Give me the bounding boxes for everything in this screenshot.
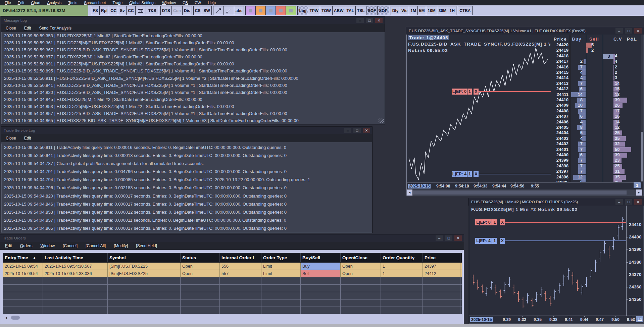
ladder-row[interactable]: 243961235 xyxy=(552,174,641,180)
toolbar-color-swatch-button[interactable] xyxy=(286,6,296,15)
toolbar-button-fs[interactable]: FS xyxy=(91,6,100,15)
toolbar-button-ts[interactable]: T&S xyxy=(146,6,159,15)
ladder-row[interactable]: 2441542 xyxy=(552,70,641,75)
dom-chart-content[interactable]: PriceBuySellC.VP&L2442052441922441834244… xyxy=(406,35,643,196)
scroll-thumb[interactable] xyxy=(413,190,627,195)
order-quantity[interactable]: 1 xyxy=(492,238,497,244)
menu-cb[interactable]: CB xyxy=(179,1,191,5)
menu-analysis[interactable]: Analysis xyxy=(44,1,65,5)
ladder-row[interactable]: 24407616 xyxy=(552,114,641,119)
menu-tools[interactable]: Tools xyxy=(65,1,81,5)
ladder-row[interactable]: 24397731 xyxy=(552,169,641,174)
toolbar-button-rpl[interactable]: Rpl xyxy=(99,6,109,15)
menu-send-for-analysis[interactable]: Send For Analysis xyxy=(39,26,71,31)
column-header-last-activity-time[interactable]: Last Activity Time xyxy=(43,253,108,262)
toolbar-button-log[interactable]: Log xyxy=(297,6,308,15)
ladder-row[interactable]: 2441443 xyxy=(552,75,641,81)
toolbar-button-tow[interactable]: TOW xyxy=(320,6,333,15)
order-cancel-x[interactable]: X xyxy=(474,89,479,95)
order-label-buy[interactable]: L|EP: 41X xyxy=(452,171,479,177)
toolbar-button-ctba[interactable]: CTBA xyxy=(458,6,472,15)
ladder-row[interactable]: 24398725 xyxy=(552,163,641,169)
ladder-row[interactable]: 24404525 xyxy=(552,130,641,136)
toolbar-color-swatch-button[interactable] xyxy=(265,6,276,15)
toolbar-button-1m[interactable]: 1M xyxy=(409,6,418,15)
column-header-status[interactable]: Status xyxy=(181,253,220,262)
toolbar-button-1h[interactable]: 1H xyxy=(448,6,456,15)
toolbar-button-cs[interactable]: CS xyxy=(193,6,202,15)
order-row[interactable]: 2025-10-15 09:542025-10-15 09:54:30.507[… xyxy=(3,262,462,270)
bar-chart-content[interactable]: L|EP: 01XL|EP: 41XF.US.FDXSZ25[M] 1 Min … xyxy=(469,206,643,323)
ladder-row[interactable]: 2441724 xyxy=(552,59,641,64)
ladder-row[interactable]: 24403435 xyxy=(552,136,641,142)
order-row[interactable]: 2025-10-15 09:542025-10-15 09:54:33.036[… xyxy=(3,270,462,277)
minimize-icon[interactable]: – xyxy=(615,199,623,205)
scroll-right-icon[interactable]: ► xyxy=(636,189,642,196)
toolbar-button-abw[interactable]: ABW xyxy=(332,6,345,15)
menu-edit[interactable]: Edit xyxy=(24,136,31,141)
menu-edit[interactable]: Edit xyxy=(5,243,12,248)
toolbar-button-tsl[interactable]: TSL xyxy=(355,6,366,15)
toolbar-trendline-icon-button[interactable] xyxy=(213,6,224,15)
column-header-internal-order-i[interactable]: Internal Order I xyxy=(220,253,261,262)
ladder-row[interactable]: 24400639 xyxy=(552,152,641,158)
maximize-icon[interactable]: □ xyxy=(366,18,373,23)
order-label-text[interactable]: L|EP: 0 xyxy=(452,89,467,95)
chart-hscrollbar[interactable]: ◄► xyxy=(407,189,642,196)
trade-orders-hscrollbar[interactable]: ◄ xyxy=(3,314,462,321)
maximize-icon[interactable]: □ xyxy=(625,199,632,205)
chart-vscrollbar[interactable] xyxy=(641,35,643,182)
order-label-text[interactable]: L|EP: 4 xyxy=(452,171,467,177)
toolbar-button-5m[interactable]: 5M xyxy=(417,6,427,15)
ladder-row[interactable]: 24410839 xyxy=(552,97,641,103)
menu-edit[interactable]: Edit xyxy=(14,1,28,5)
column-header-order-type[interactable]: Order Type xyxy=(261,253,301,262)
menu-window[interactable]: Window xyxy=(40,243,55,248)
order-quantity[interactable]: 1 xyxy=(467,89,472,95)
toolbar-button-dts[interactable]: DTS xyxy=(160,6,172,15)
order-cancel-x[interactable]: X xyxy=(474,171,479,177)
maximize-icon[interactable]: □ xyxy=(445,235,452,241)
toolbar-button-sv[interactable]: Sv xyxy=(118,6,127,15)
close-icon[interactable]: ✕ xyxy=(634,28,642,34)
minimize-icon[interactable]: – xyxy=(356,18,364,23)
menu-spreadsheet[interactable]: Spreadsheet xyxy=(81,1,109,5)
scroll-left-icon[interactable]: ◄ xyxy=(407,189,412,196)
toolbar-color-swatch-button[interactable] xyxy=(276,6,286,15)
ladder-row[interactable]: 2441672 xyxy=(552,64,641,70)
toolbar-button-cc[interactable]: CC xyxy=(126,6,135,15)
order-label-text[interactable]: L|EP: 0 xyxy=(475,219,492,225)
toolbar-button-dly[interactable]: Dly xyxy=(391,6,400,15)
menu-file[interactable]: File xyxy=(1,1,14,5)
scroll-thumb[interactable] xyxy=(641,132,643,181)
message-log-titlebar[interactable]: Message Log – □ ✕ xyxy=(1,17,385,24)
ladder-row[interactable]: 24412615 xyxy=(552,86,641,92)
menu-help[interactable]: Help xyxy=(204,1,219,5)
ladder-row[interactable]: 244091026 xyxy=(552,103,641,108)
bar-chart-titlebar[interactable]: F.US.FDXSZ25[M] 1 Min #2 | MICRO DAX FUT… xyxy=(468,198,644,206)
menu-close[interactable]: Close xyxy=(6,26,16,31)
toolbar-button-con[interactable]: Con xyxy=(171,6,183,15)
trade-service-log-titlebar[interactable]: Trade Service Log – □ ✕ xyxy=(1,127,372,134)
ladder-row[interactable]: 24406414 xyxy=(552,119,641,125)
ladder-row[interactable]: 244111413 xyxy=(552,92,641,98)
menu-edit[interactable]: Edit xyxy=(24,26,31,31)
ladder-row[interactable]: 24408717 xyxy=(552,108,641,114)
order-cancel-x[interactable]: X xyxy=(500,219,505,225)
close-icon[interactable]: ✕ xyxy=(634,199,642,205)
scroll-left-icon[interactable]: ◄ xyxy=(3,314,9,321)
toolbar-camera-icon-button[interactable] xyxy=(135,6,146,15)
toolbar-button-oc[interactable]: OC xyxy=(109,6,118,15)
menu-chart[interactable]: Chart xyxy=(28,1,44,5)
minimize-icon[interactable]: – xyxy=(615,28,623,34)
toolbar-button-30m[interactable]: 30M xyxy=(437,6,448,15)
close-icon[interactable]: ✕ xyxy=(454,235,462,241)
menu-trade[interactable]: Trade xyxy=(109,1,126,5)
maximize-icon[interactable]: □ xyxy=(625,28,632,34)
toolbar-button-tpw[interactable]: TPW xyxy=(308,6,320,15)
menu--send-held-[interactable]: [Send Held] xyxy=(136,243,157,248)
column-header-open-close[interactable]: Open/Close xyxy=(341,253,381,262)
toolbar-button-sop[interactable]: SOP xyxy=(377,6,389,15)
column-header-order-quantity[interactable]: Order Quantity xyxy=(381,253,423,262)
close-icon[interactable]: ✕ xyxy=(375,18,383,23)
